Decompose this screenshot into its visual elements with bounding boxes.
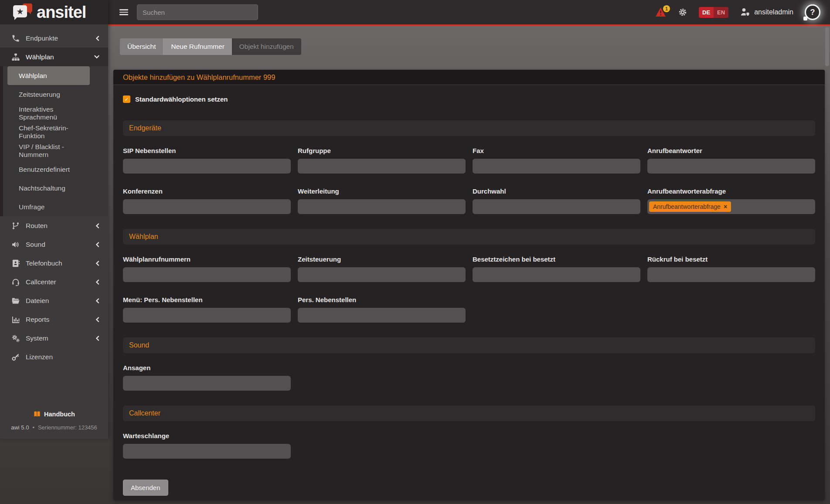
chat-bubble-white-icon: ★ xyxy=(13,5,27,17)
sidebar-item-label: System xyxy=(26,334,48,342)
tag-remove-icon[interactable]: × xyxy=(724,203,727,210)
sidebar-item-system[interactable]: System xyxy=(0,329,108,347)
sidebar-item-dateien[interactable]: Dateien xyxy=(0,291,108,310)
fax-input[interactable] xyxy=(473,159,640,174)
scrollbar-thumb[interactable] xyxy=(825,27,829,66)
submenu-item-benutzerdefiniert[interactable]: Benutzerdefiniert xyxy=(7,160,90,179)
durchwahl-input[interactable] xyxy=(473,199,640,214)
sidebar-item-label: Lizenzen xyxy=(26,353,53,361)
pers-nebenstellen-input[interactable] xyxy=(298,308,466,323)
topbar: 1 DE EN ansiteladmin ? xyxy=(108,0,830,26)
sidebar-menu: Endpunkte Wählplan Wählplan Zeitsteuerun… xyxy=(0,29,108,366)
field-label: Besetztzeichen bei besetzt xyxy=(473,255,640,263)
field-fax: Fax xyxy=(473,147,640,174)
sidebar-item-telefonbuch[interactable]: Telefonbuch xyxy=(0,254,108,272)
main-content: Übersicht Neue Rufnummer Objekt hinzufüg… xyxy=(108,26,830,504)
form-panel: Objekte hinzufügen zu Wählplanrufnummer … xyxy=(113,70,825,501)
selected-tag[interactable]: Anrufbeantworterabfrage × xyxy=(649,201,731,212)
serial-number-text: Seriennummer: 123456 xyxy=(38,424,97,431)
sidebar-item-callcenter[interactable]: Callcenter xyxy=(0,272,108,291)
field-rueckruf: Rückruf bei besetzt xyxy=(647,255,815,282)
book-icon xyxy=(33,410,41,418)
submenu-item-vip-blacklist[interactable]: VIP / Blacklist - Nummern xyxy=(7,141,90,160)
checkbox-checked-icon[interactable] xyxy=(123,95,130,103)
besetztzeichen-input[interactable] xyxy=(473,267,640,282)
submenu-item-chef-sekretaerin[interactable]: Chef-Sekretärin-Funktion xyxy=(7,123,90,141)
submenu-item-zeitsteuerung[interactable]: Zeitsteuerung xyxy=(7,85,90,104)
chevron-left-icon xyxy=(95,223,99,228)
sidebar-item-label: Routen xyxy=(26,222,48,230)
rueckruf-input[interactable] xyxy=(647,267,815,282)
warteschlange-input[interactable] xyxy=(123,444,291,459)
field-label: Warteschlange xyxy=(123,432,291,439)
sidebar-item-waehlplan[interactable]: Wählplan xyxy=(0,48,108,66)
field-sip-nebenstellen: SIP Nebenstellen xyxy=(123,147,291,174)
submenu-item-interaktives-sprachmenu[interactable]: Interaktives Sprachmenü xyxy=(7,104,90,123)
rufgruppe-input[interactable] xyxy=(298,159,466,174)
help-button[interactable]: ? xyxy=(805,4,820,20)
sidebar-item-lizenzen[interactable]: Lizenzen xyxy=(0,347,108,366)
submenu-item-umfrage[interactable]: Umfrage xyxy=(7,198,90,216)
question-mark-icon: ? xyxy=(810,8,815,17)
field-konferenzen: Konferenzen xyxy=(123,187,291,214)
konferenzen-input[interactable] xyxy=(123,199,291,214)
field-label: Konferenzen xyxy=(123,187,291,195)
panel-header: Objekte hinzufügen zu Wählplanrufnummer … xyxy=(113,70,825,85)
waehlplan-grid: Wählplanrufnummern Zeitsteuerung Besetzt… xyxy=(123,255,815,323)
sidebar-item-label: Reports xyxy=(26,316,49,324)
tab-objekt-hinzufuegen[interactable]: Objekt hinzufügen xyxy=(232,38,301,55)
tab-neue-rufnummer[interactable]: Neue Rufnummer xyxy=(163,38,231,55)
submenu-item-label: Chef-Sekretärin-Funktion xyxy=(19,124,90,140)
alert-count-badge: 1 xyxy=(663,5,670,12)
field-label: Rückruf bei besetzt xyxy=(647,255,815,263)
anrufbeantworter-input[interactable] xyxy=(647,159,815,174)
chart-bar-icon xyxy=(11,315,20,324)
user-menu[interactable]: ansiteladmin xyxy=(740,7,793,17)
code-branch-icon xyxy=(11,221,20,230)
sidebar-item-label: Callcenter xyxy=(26,278,56,286)
anrufbeantworterabfrage-input[interactable]: Anrufbeantworterabfrage × xyxy=(647,199,815,214)
lang-de-button[interactable]: DE xyxy=(699,7,714,18)
weiterleitung-input[interactable] xyxy=(298,199,466,214)
tab-bar: Übersicht Neue Rufnummer Objekt hinzufüg… xyxy=(120,38,301,55)
submenu-item-waehlplan[interactable]: Wählplan xyxy=(7,66,90,85)
submenu-item-label: Interaktives Sprachmenü xyxy=(19,106,90,121)
sidebar-item-endpunkte[interactable]: Endpunkte xyxy=(0,29,108,48)
app-logo-text: ansitel xyxy=(37,4,86,20)
field-label: Weiterleitung xyxy=(298,187,466,195)
sidebar-item-routen[interactable]: Routen xyxy=(0,216,108,235)
submenu-item-nachtschaltung[interactable]: Nachtschaltung xyxy=(7,179,90,198)
field-rufgruppe: Rufgruppe xyxy=(298,147,466,174)
absenden-button[interactable]: Absenden xyxy=(123,480,168,496)
section-header-waehlplan: Wählplan xyxy=(123,229,815,245)
hamburger-menu-icon[interactable] xyxy=(119,9,128,15)
sip-nebenstellen-input[interactable] xyxy=(123,159,291,174)
section-header-sound: Sound xyxy=(123,337,815,353)
waehlplanrufnummern-input[interactable] xyxy=(123,267,291,282)
settings-button[interactable] xyxy=(678,7,687,17)
username-text: ansiteladmin xyxy=(754,8,793,16)
endgeraete-grid: SIP Nebenstellen Rufgruppe Fax Anrufbean… xyxy=(123,147,815,214)
tab-uebersicht[interactable]: Übersicht xyxy=(120,38,163,55)
lang-en-button[interactable]: EN xyxy=(714,7,728,18)
search-input[interactable] xyxy=(137,4,258,20)
handbuch-link[interactable]: Handbuch xyxy=(33,410,75,418)
sidebar-item-reports[interactable]: Reports xyxy=(0,310,108,329)
sidebar-item-label: Sound xyxy=(26,241,45,249)
ansagen-input[interactable] xyxy=(123,376,291,391)
field-ansagen: Ansagen xyxy=(123,364,291,391)
chevron-left-icon xyxy=(95,298,99,303)
app-logo[interactable]: ★ ansitel xyxy=(0,0,108,24)
menu-pers-nebenstellen-input[interactable] xyxy=(123,308,291,323)
sidebar-item-sound[interactable]: Sound xyxy=(0,235,108,254)
submenu-item-label: VIP / Blacklist - Nummern xyxy=(19,143,90,159)
field-label: Rufgruppe xyxy=(298,147,466,154)
user-shield-icon xyxy=(740,7,750,17)
sound-grid: Ansagen xyxy=(123,364,815,391)
field-label: Wählplanrufnummern xyxy=(123,255,291,263)
alerts-button[interactable]: 1 xyxy=(655,7,667,17)
field-label: SIP Nebenstellen xyxy=(123,147,291,154)
field-anrufbeantworterabfrage: Anrufbeantworterabfrage Anrufbeantworter… xyxy=(647,187,815,214)
logo-chat-bubbles-icon: ★ xyxy=(13,3,32,21)
zeitsteuerung-input[interactable] xyxy=(298,267,466,282)
